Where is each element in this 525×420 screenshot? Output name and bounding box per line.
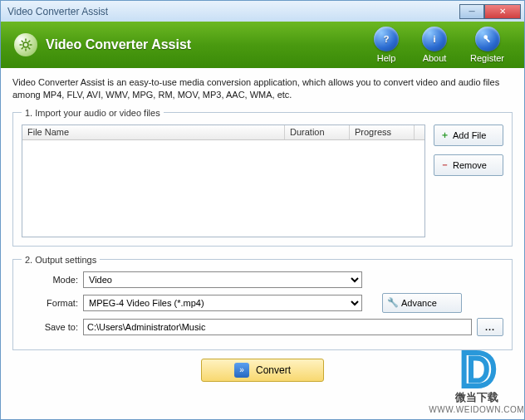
window-buttons: ─ ✕	[459, 4, 521, 19]
register-label: Register	[470, 53, 504, 63]
register-icon	[475, 27, 500, 51]
table-header: File Name Duration Progress	[22, 125, 424, 140]
import-fieldset: 1. Import your audio or video files File…	[12, 108, 513, 247]
content-area: Video Converter Assist is an easy-to-use…	[0, 68, 525, 420]
svg-rect-10	[485, 38, 489, 42]
about-icon: i	[422, 27, 447, 51]
saveto-input[interactable]	[83, 319, 472, 335]
titlebar: Video Converter Assist ─ ✕	[0, 0, 525, 22]
window-title: Video Converter Assist	[7, 6, 459, 17]
browse-label: ...	[485, 322, 495, 332]
advance-label: Advance	[401, 298, 437, 308]
close-button[interactable]: ✕	[484, 4, 521, 19]
svg-line-7	[22, 47, 23, 49]
remove-button[interactable]: － Remove	[434, 154, 503, 176]
remove-icon: －	[439, 160, 449, 170]
convert-button[interactable]: » Convert	[201, 359, 324, 382]
wrench-icon: 🔧	[388, 298, 398, 308]
svg-line-6	[28, 47, 30, 49]
help-icon: ?	[374, 27, 399, 51]
description-text: Video Converter Assist is an easy-to-use…	[12, 76, 513, 101]
col-extra	[415, 125, 424, 139]
watermark-cn: 微当下载	[429, 390, 524, 405]
header-buttons: ? Help i About Register	[374, 27, 504, 63]
add-file-button[interactable]: ＋ Add File	[434, 125, 503, 146]
file-table[interactable]: File Name Duration Progress	[22, 125, 425, 237]
format-select[interactable]: MPEG-4 Video Files (*.mp4)	[83, 295, 362, 311]
minimize-button[interactable]: ─	[459, 4, 484, 19]
browse-button[interactable]: ...	[477, 318, 503, 336]
format-label: Format:	[22, 298, 78, 308]
add-file-label: Add File	[453, 130, 486, 140]
saveto-label: Save to:	[22, 322, 78, 332]
advance-button[interactable]: 🔧 Advance	[382, 293, 462, 313]
remove-label: Remove	[453, 160, 487, 170]
watermark-url: WWW.WEIDOWN.COM	[429, 405, 524, 414]
help-button[interactable]: ? Help	[374, 27, 399, 63]
mode-select[interactable]: Video	[83, 271, 362, 288]
about-button[interactable]: i About	[422, 27, 447, 63]
mode-label: Mode:	[22, 275, 78, 285]
app-logo-icon	[14, 33, 37, 56]
convert-label: Convert	[256, 364, 291, 376]
help-label: Help	[377, 53, 396, 63]
output-fieldset: 2. Output settings Mode: Video Format: M…	[12, 255, 513, 350]
convert-arrow-icon: »	[234, 363, 249, 378]
col-filename[interactable]: File Name	[22, 125, 285, 139]
col-progress[interactable]: Progress	[350, 125, 415, 139]
about-label: About	[423, 53, 447, 63]
register-button[interactable]: Register	[470, 27, 504, 63]
app-title: Video Converter Assist	[46, 37, 374, 52]
svg-line-5	[22, 41, 23, 42]
svg-line-8	[28, 41, 30, 42]
add-icon: ＋	[439, 130, 449, 140]
import-legend: 1. Import your audio or video files	[22, 108, 164, 118]
svg-point-0	[23, 42, 28, 47]
output-legend: 2. Output settings	[22, 255, 100, 265]
col-duration[interactable]: Duration	[285, 125, 350, 139]
app-header: Video Converter Assist ? Help i About Re…	[0, 22, 525, 68]
